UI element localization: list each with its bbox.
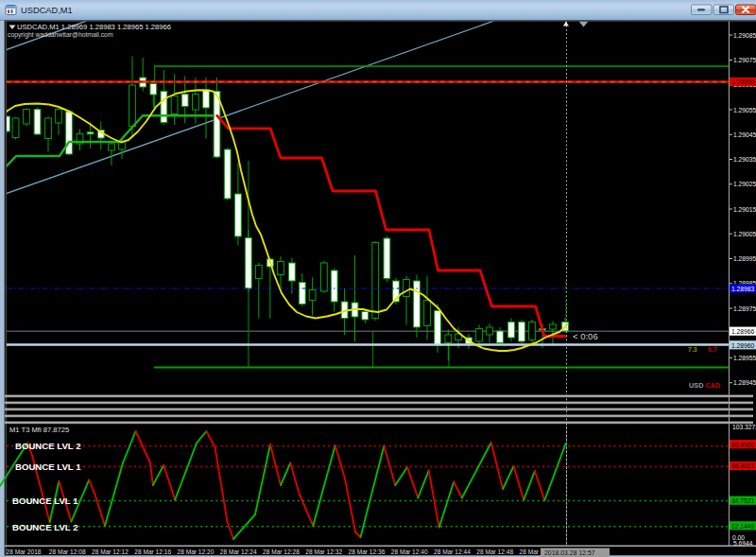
- svg-text:28 Mar 12:20: 28 Mar 12:20: [178, 548, 215, 555]
- svg-text:copyright waddahwttar@hotmail.: copyright waddahwttar@hotmail.com: [8, 31, 113, 39]
- svg-text:28 Mar 12:28: 28 Mar 12:28: [263, 548, 300, 555]
- svg-text:28 Mar 12:08: 28 Mar 12:08: [49, 548, 86, 555]
- svg-text:< 0:06: < 0:06: [573, 331, 598, 341]
- svg-text:1.29025: 1.29025: [733, 181, 756, 187]
- svg-text:USD CAD: USD CAD: [689, 381, 720, 390]
- svg-text:12.1449: 12.1449: [731, 523, 754, 530]
- svg-text:M1 T3 Mfi 87.8725: M1 T3 Mfi 87.8725: [9, 426, 69, 434]
- svg-text:28 Mar 12:40: 28 Mar 12:40: [391, 548, 428, 555]
- svg-text:7.3: 7.3: [688, 346, 697, 353]
- svg-text:28 Mar 12:44: 28 Mar 12:44: [434, 548, 471, 555]
- svg-text:28 Mar 12:32: 28 Mar 12:32: [305, 548, 342, 555]
- svg-text:28 Mar 2018: 28 Mar 2018: [7, 548, 42, 555]
- svg-text:1.29055: 1.29055: [733, 107, 756, 113]
- svg-text:1.29045: 1.29045: [733, 131, 756, 138]
- svg-text:28 Mar 12:16: 28 Mar 12:16: [134, 548, 171, 555]
- svg-text:28 Mar 12:24: 28 Mar 12:24: [220, 548, 257, 555]
- svg-text:1.29066: 1.29066: [731, 78, 754, 85]
- svg-text:BOUNCE LVL 1: BOUNCE LVL 1: [12, 496, 78, 506]
- svg-text:1.29075: 1.29075: [733, 57, 756, 63]
- svg-text:1.28966: 1.28966: [731, 328, 754, 335]
- svg-text:USDCAD,M1 1.28969 1.28983 1.2: USDCAD,M1 1.28969 1.28983 1.28965 1.2896…: [17, 23, 171, 31]
- svg-text:28 Mar 12:12: 28 Mar 12:12: [92, 548, 129, 555]
- svg-text:BOUNCE LVL 2: BOUNCE LVL 2: [12, 522, 77, 532]
- svg-text:0.7: 0.7: [708, 346, 717, 353]
- svg-text:1.28955: 1.28955: [733, 355, 756, 361]
- svg-text:34.7521: 34.7521: [731, 497, 754, 504]
- svg-text:1.28945: 1.28945: [733, 379, 756, 386]
- svg-text:28 Mar 12:36: 28 Mar 12:36: [349, 548, 386, 555]
- svg-text:1.29005: 1.29005: [733, 231, 756, 237]
- svg-text:1.29015: 1.29015: [733, 206, 756, 213]
- svg-text:85.9950: 85.9950: [731, 442, 754, 448]
- svg-text:103.3272: 103.3272: [732, 424, 756, 430]
- svg-text:2018.03.28 12:57: 2018.03.28 12:57: [544, 549, 595, 556]
- svg-text:BOUNCE LVL 2: BOUNCE LVL 2: [15, 441, 80, 451]
- svg-text:1.28983: 1.28983: [731, 286, 754, 292]
- svg-text:1.29085: 1.29085: [733, 32, 756, 39]
- svg-text:28 Mar 12:48: 28 Mar 12:48: [476, 548, 513, 555]
- svg-text:1.28995: 1.28995: [733, 255, 756, 262]
- svg-text:1.28975: 1.28975: [733, 305, 756, 312]
- svg-text:BOUNCE LVL 1: BOUNCE LVL 1: [15, 461, 81, 472]
- svg-text:1.28960: 1.28960: [731, 342, 754, 349]
- svg-text:66.4021: 66.4021: [731, 462, 754, 469]
- svg-text:USDCAD,M1: USDCAD,M1: [21, 6, 73, 15]
- svg-text:1.29035: 1.29035: [733, 156, 756, 163]
